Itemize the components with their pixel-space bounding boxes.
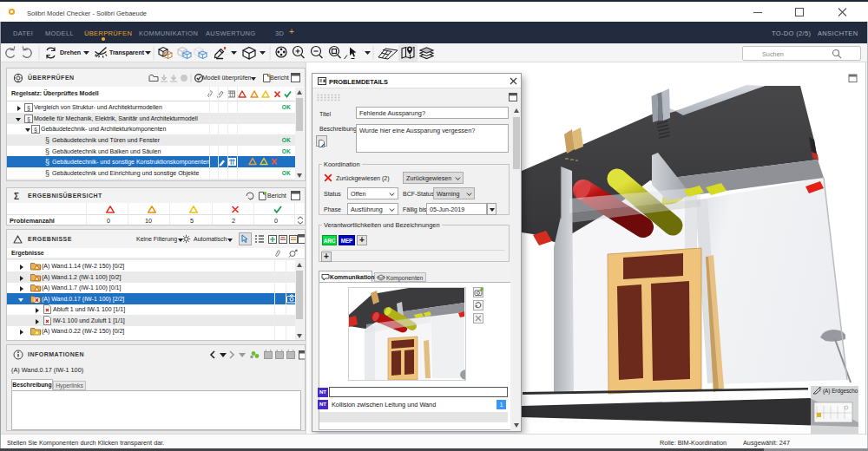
svg-text:(A) Erdgescho: (A) Erdgescho xyxy=(823,388,858,395)
svg-text:§: § xyxy=(34,126,37,132)
svg-text:§: § xyxy=(27,115,30,121)
svg-text:§: § xyxy=(27,104,30,110)
